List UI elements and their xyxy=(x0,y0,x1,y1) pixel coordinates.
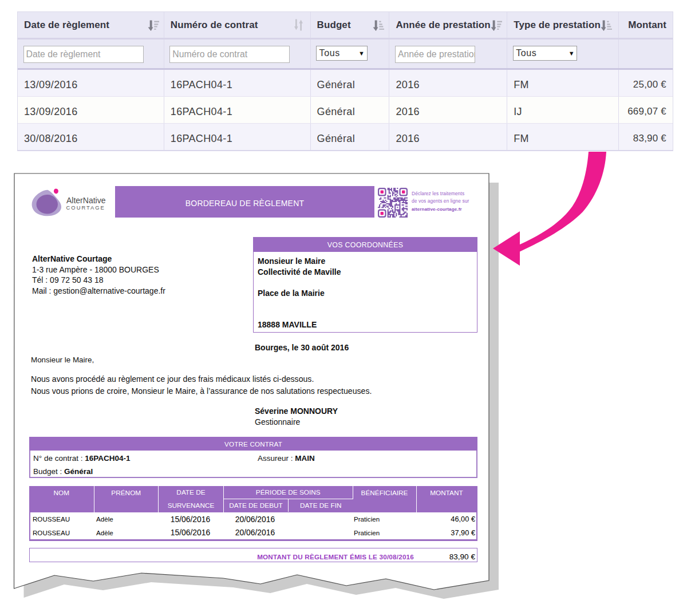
svg-text:AlterNative: AlterNative xyxy=(66,196,106,205)
svg-text:COURTAGE: COURTAGE xyxy=(66,204,105,211)
